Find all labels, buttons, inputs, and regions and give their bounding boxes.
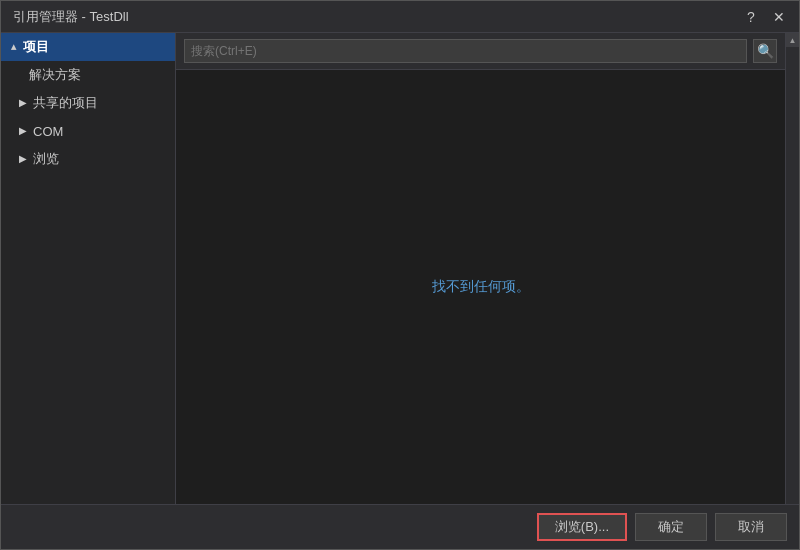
sidebar-item-xiang-mu[interactable]: ▴ 项目 <box>1 33 175 61</box>
bottom-bar: 浏览(B)... 确定 取消 <box>1 504 799 549</box>
main-panel: 🔍 找不到任何项。 <box>176 33 785 504</box>
chevron-right-icon: ▶ <box>17 125 29 137</box>
chevron-right-icon: ▶ <box>17 153 29 165</box>
cancel-button[interactable]: 取消 <box>715 513 787 541</box>
browse-button[interactable]: 浏览(B)... <box>537 513 627 541</box>
help-button[interactable]: ? <box>739 5 763 29</box>
search-icon: 🔍 <box>757 43 774 59</box>
close-button[interactable]: ✕ <box>767 5 791 29</box>
chevron-right-icon: ▶ <box>17 97 29 109</box>
empty-message-area: 找不到任何项。 <box>176 70 785 504</box>
dialog-title: 引用管理器 - TestDll <box>13 8 129 26</box>
chevron-down-icon: ▴ <box>7 41 19 53</box>
sidebar: ▴ 项目 解决方案 ▶ 共享的项目 ▶ COM ▶ 浏览 <box>1 33 176 504</box>
search-button[interactable]: 🔍 <box>753 39 777 63</box>
sidebar-item-liu-lan[interactable]: ▶ 浏览 <box>1 145 175 173</box>
sidebar-item-label: COM <box>33 124 63 139</box>
sidebar-item-com[interactable]: ▶ COM <box>1 117 175 145</box>
search-input[interactable] <box>184 39 747 63</box>
sidebar-item-gong-xiang[interactable]: ▶ 共享的项目 <box>1 89 175 117</box>
content-area: ▴ 项目 解决方案 ▶ 共享的项目 ▶ COM ▶ 浏览 <box>1 33 799 504</box>
sidebar-item-jie-jue[interactable]: 解决方案 <box>1 61 175 89</box>
sidebar-item-label: 浏览 <box>33 150 59 168</box>
right-scrollbar: ▲ <box>785 33 799 504</box>
scroll-up-button[interactable]: ▲ <box>786 33 800 47</box>
empty-message: 找不到任何项。 <box>432 278 530 296</box>
sidebar-item-label: 解决方案 <box>29 66 81 84</box>
sidebar-item-label: 项目 <box>23 38 49 56</box>
title-bar-left: 引用管理器 - TestDll <box>13 8 129 26</box>
search-bar: 🔍 <box>176 33 785 70</box>
title-bar-controls: ? ✕ <box>739 5 791 29</box>
ok-button[interactable]: 确定 <box>635 513 707 541</box>
title-bar: 引用管理器 - TestDll ? ✕ <box>1 1 799 33</box>
reference-manager-dialog: 引用管理器 - TestDll ? ✕ ▴ 项目 解决方案 ▶ 共享的项目 <box>0 0 800 550</box>
sidebar-item-label: 共享的项目 <box>33 94 98 112</box>
